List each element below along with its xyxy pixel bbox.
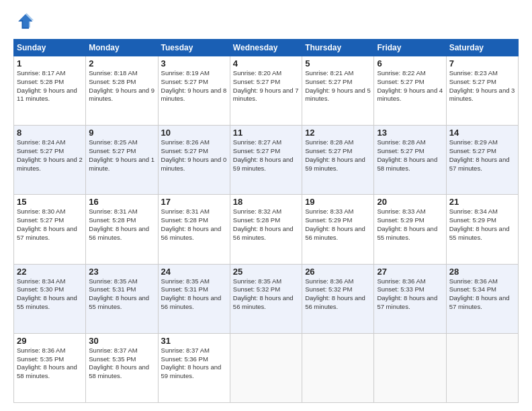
week-row-1: 1 Sunrise: 8:17 AMSunset: 5:28 PMDayligh…: [14, 56, 519, 126]
calendar-cell: 1 Sunrise: 8:17 AMSunset: 5:28 PMDayligh…: [14, 56, 86, 126]
calendar-cell: [230, 333, 302, 402]
calendar-cell: 29 Sunrise: 8:36 AMSunset: 5:35 PMDaylig…: [14, 333, 86, 402]
day-number: 27: [377, 267, 443, 277]
day-info: Sunrise: 8:36 AMSunset: 5:32 PMDaylight:…: [305, 277, 365, 310]
day-number: 18: [233, 197, 299, 207]
calendar-cell: 17 Sunrise: 8:31 AMSunset: 5:28 PMDaylig…: [158, 195, 230, 264]
day-number: 2: [89, 58, 154, 68]
day-number: 26: [305, 267, 371, 277]
day-info: Sunrise: 8:25 AMSunset: 5:27 PMDaylight:…: [89, 138, 154, 171]
day-info: Sunrise: 8:17 AMSunset: 5:28 PMDaylight:…: [17, 69, 77, 102]
calendar-cell: 8 Sunrise: 8:24 AMSunset: 5:27 PMDayligh…: [14, 126, 86, 195]
day-info: Sunrise: 8:35 AMSunset: 5:31 PMDaylight:…: [161, 277, 222, 310]
calendar-cell: 15 Sunrise: 8:30 AMSunset: 5:27 PMDaylig…: [14, 195, 86, 264]
calendar-cell: 30 Sunrise: 8:37 AMSunset: 5:35 PMDaylig…: [86, 333, 158, 402]
day-number: 24: [161, 267, 227, 277]
calendar-cell: 5 Sunrise: 8:21 AMSunset: 5:27 PMDayligh…: [302, 56, 374, 126]
week-row-3: 15 Sunrise: 8:30 AMSunset: 5:27 PMDaylig…: [14, 195, 519, 264]
day-info: Sunrise: 8:34 AMSunset: 5:30 PMDaylight:…: [17, 277, 77, 310]
calendar-body: 1 Sunrise: 8:17 AMSunset: 5:28 PMDayligh…: [14, 56, 519, 403]
day-info: Sunrise: 8:24 AMSunset: 5:27 PMDaylight:…: [17, 138, 83, 171]
day-number: 12: [305, 128, 371, 138]
day-info: Sunrise: 8:33 AMSunset: 5:29 PMDaylight:…: [377, 208, 437, 240]
weekday-header-row: SundayMondayTuesdayWednesdayThursdayFrid…: [14, 40, 519, 56]
calendar-cell: 4 Sunrise: 8:20 AMSunset: 5:27 PMDayligh…: [230, 56, 302, 126]
day-info: Sunrise: 8:36 AMSunset: 5:35 PMDaylight:…: [17, 347, 77, 379]
day-info: Sunrise: 8:35 AMSunset: 5:32 PMDaylight:…: [233, 277, 294, 310]
day-number: 10: [161, 128, 227, 138]
day-info: Sunrise: 8:37 AMSunset: 5:36 PMDaylight:…: [161, 347, 222, 379]
day-number: 28: [449, 267, 515, 277]
calendar-cell: 20 Sunrise: 8:33 AMSunset: 5:29 PMDaylig…: [374, 195, 446, 264]
day-number: 1: [17, 58, 83, 68]
day-info: Sunrise: 8:31 AMSunset: 5:28 PMDaylight:…: [89, 208, 149, 240]
day-info: Sunrise: 8:22 AMSunset: 5:27 PMDaylight:…: [377, 69, 443, 102]
day-number: 31: [161, 336, 227, 346]
day-info: Sunrise: 8:28 AMSunset: 5:27 PMDaylight:…: [305, 138, 365, 171]
day-number: 13: [377, 128, 443, 138]
day-info: Sunrise: 8:20 AMSunset: 5:27 PMDaylight:…: [233, 69, 299, 102]
weekday-header-thursday: Thursday: [302, 40, 374, 56]
week-row-5: 29 Sunrise: 8:36 AMSunset: 5:35 PMDaylig…: [14, 333, 519, 402]
calendar-cell: 11 Sunrise: 8:27 AMSunset: 5:27 PMDaylig…: [230, 126, 302, 195]
calendar-cell: 26 Sunrise: 8:36 AMSunset: 5:32 PMDaylig…: [302, 264, 374, 333]
calendar-cell: 6 Sunrise: 8:22 AMSunset: 5:27 PMDayligh…: [374, 56, 446, 126]
calendar-cell: 16 Sunrise: 8:31 AMSunset: 5:28 PMDaylig…: [86, 195, 158, 264]
calendar-cell: 9 Sunrise: 8:25 AMSunset: 5:27 PMDayligh…: [86, 126, 158, 195]
calendar-cell: [302, 333, 374, 402]
day-info: Sunrise: 8:36 AMSunset: 5:34 PMDaylight:…: [449, 277, 510, 310]
day-info: Sunrise: 8:37 AMSunset: 5:35 PMDaylight:…: [89, 347, 149, 379]
weekday-header-saturday: Saturday: [446, 40, 518, 56]
day-info: Sunrise: 8:21 AMSunset: 5:27 PMDaylight:…: [305, 69, 371, 102]
day-number: 14: [449, 128, 515, 138]
day-number: 11: [233, 128, 299, 138]
calendar-cell: [446, 333, 518, 402]
day-info: Sunrise: 8:33 AMSunset: 5:29 PMDaylight:…: [305, 208, 365, 240]
calendar-cell: [374, 333, 446, 402]
day-number: 22: [17, 267, 83, 277]
day-number: 9: [89, 128, 154, 138]
day-info: Sunrise: 8:26 AMSunset: 5:27 PMDaylight:…: [161, 138, 227, 171]
day-number: 6: [377, 58, 443, 68]
day-number: 20: [377, 197, 443, 207]
day-number: 29: [17, 336, 83, 346]
calendar-cell: 3 Sunrise: 8:19 AMSunset: 5:27 PMDayligh…: [158, 56, 230, 126]
day-number: 21: [449, 197, 515, 207]
calendar-cell: 19 Sunrise: 8:33 AMSunset: 5:29 PMDaylig…: [302, 195, 374, 264]
logo: [13, 11, 38, 32]
calendar-cell: 10 Sunrise: 8:26 AMSunset: 5:27 PMDaylig…: [158, 126, 230, 195]
calendar-cell: 27 Sunrise: 8:36 AMSunset: 5:33 PMDaylig…: [374, 264, 446, 333]
header: [13, 11, 519, 32]
svg-marker-1: [19, 13, 34, 28]
weekday-header-wednesday: Wednesday: [230, 40, 302, 56]
weekday-header-monday: Monday: [86, 40, 158, 56]
weekday-header-tuesday: Tuesday: [158, 40, 230, 56]
day-info: Sunrise: 8:18 AMSunset: 5:28 PMDaylight:…: [89, 69, 154, 102]
day-number: 7: [449, 58, 515, 68]
day-info: Sunrise: 8:23 AMSunset: 5:27 PMDaylight:…: [449, 69, 515, 102]
calendar-cell: 14 Sunrise: 8:29 AMSunset: 5:27 PMDaylig…: [446, 126, 518, 195]
day-number: 8: [17, 128, 83, 138]
logo-icon: [13, 11, 35, 32]
day-info: Sunrise: 8:19 AMSunset: 5:27 PMDaylight:…: [161, 69, 227, 102]
week-row-2: 8 Sunrise: 8:24 AMSunset: 5:27 PMDayligh…: [14, 126, 519, 195]
calendar-table: SundayMondayTuesdayWednesdayThursdayFrid…: [13, 39, 519, 403]
day-info: Sunrise: 8:31 AMSunset: 5:28 PMDaylight:…: [161, 208, 222, 240]
day-info: Sunrise: 8:30 AMSunset: 5:27 PMDaylight:…: [17, 208, 77, 240]
calendar-cell: 21 Sunrise: 8:34 AMSunset: 5:29 PMDaylig…: [446, 195, 518, 264]
day-number: 4: [233, 58, 299, 68]
calendar-cell: 24 Sunrise: 8:35 AMSunset: 5:31 PMDaylig…: [158, 264, 230, 333]
calendar-cell: 23 Sunrise: 8:35 AMSunset: 5:31 PMDaylig…: [86, 264, 158, 333]
calendar-cell: 7 Sunrise: 8:23 AMSunset: 5:27 PMDayligh…: [446, 56, 518, 126]
calendar-cell: 31 Sunrise: 8:37 AMSunset: 5:36 PMDaylig…: [158, 333, 230, 402]
day-info: Sunrise: 8:34 AMSunset: 5:29 PMDaylight:…: [449, 208, 510, 240]
calendar-cell: 12 Sunrise: 8:28 AMSunset: 5:27 PMDaylig…: [302, 126, 374, 195]
week-row-4: 22 Sunrise: 8:34 AMSunset: 5:30 PMDaylig…: [14, 264, 519, 333]
calendar-page: SundayMondayTuesdayWednesdayThursdayFrid…: [0, 0, 532, 411]
weekday-header-friday: Friday: [374, 40, 446, 56]
calendar-cell: 2 Sunrise: 8:18 AMSunset: 5:28 PMDayligh…: [86, 56, 158, 126]
calendar-cell: 13 Sunrise: 8:28 AMSunset: 5:27 PMDaylig…: [374, 126, 446, 195]
calendar-cell: 22 Sunrise: 8:34 AMSunset: 5:30 PMDaylig…: [14, 264, 86, 333]
day-info: Sunrise: 8:28 AMSunset: 5:27 PMDaylight:…: [377, 138, 437, 171]
calendar-cell: 28 Sunrise: 8:36 AMSunset: 5:34 PMDaylig…: [446, 264, 518, 333]
